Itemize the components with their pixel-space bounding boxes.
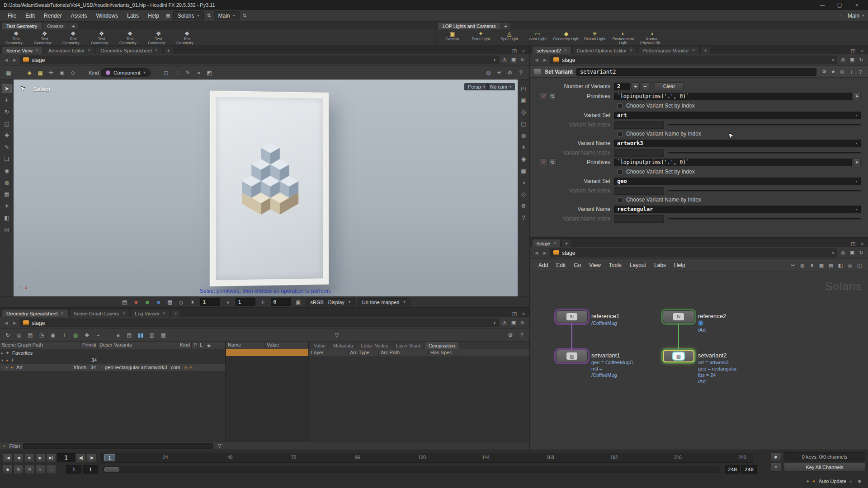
shelf-tool[interactable]: ◑ Karma Physical Sk... [638, 30, 665, 45]
menu-edit[interactable]: Edit [21, 11, 39, 20]
translate-tool-icon[interactable]: ✛ [2, 96, 12, 105]
net-menu-layout[interactable]: Layout [626, 261, 650, 270]
shelf-tab-lop-lights[interactable]: LOP Lights and Cameras [438, 23, 500, 29]
shelf-tool[interactable]: ❖ Test Geometry:... [117, 30, 143, 45]
col-descendants[interactable]: Desce [98, 342, 112, 349]
info-icon[interactable]: i [847, 68, 855, 75]
camera-lock-icon[interactable]: ▢ [519, 119, 528, 128]
nav-back-icon[interactable]: ◀ [3, 320, 9, 325]
prev-frame-button[interactable]: ◀| [76, 453, 86, 462]
tab-editor-nodes[interactable]: Editor Nodes [357, 342, 392, 349]
close-icon[interactable]: × [122, 311, 125, 316]
paint-tool-icon[interactable]: ❏ [2, 155, 12, 164]
display-mode-icon[interactable]: ▤ [120, 298, 130, 307]
wireframe-icon[interactable]: ◇ [519, 190, 528, 199]
shelf-tool[interactable]: ◐ Environment Light [610, 30, 637, 45]
payload-icon[interactable]: ◷ [188, 366, 193, 370]
close-icon[interactable]: × [61, 311, 64, 316]
choose-set-index-checkbox[interactable] [618, 103, 623, 108]
prim-picker-button[interactable]: ➤ [853, 159, 861, 166]
shelf-tab-oceans[interactable]: Oceans [42, 23, 68, 29]
pin-icon[interactable]: ◎ [500, 319, 509, 327]
close-icon[interactable]: × [692, 48, 695, 53]
range-substart-field[interactable]: 1 [83, 465, 98, 474]
tool-drawer-icon[interactable]: ▦ [4, 68, 14, 77]
col-name[interactable]: Name [226, 342, 265, 349]
viewport-gear-icon[interactable]: ⚙ [505, 68, 515, 77]
shelf-tab-test-geometry[interactable]: Test Geometry [2, 23, 42, 29]
mask-tool-icon[interactable]: ◧ [2, 213, 12, 222]
snap-grid-icon[interactable]: ▦ [35, 68, 45, 77]
delete-block-button[interactable]: × [540, 93, 547, 100]
shelf-tool[interactable]: ◆ Geometry Light [553, 30, 580, 45]
grid-toggle-icon[interactable]: ▦ [519, 166, 528, 175]
nav-forward-icon[interactable]: ▶ [542, 250, 548, 255]
col-arc-path[interactable]: Arc Path [379, 349, 429, 357]
path-field[interactable]: stage ▾ [550, 249, 837, 257]
camera-icon[interactable]: ▣ [509, 56, 518, 64]
tab-geometry-spreadsheet[interactable]: Geometry Spreadsheet × [96, 46, 162, 54]
pin-icon[interactable]: ◎ [839, 56, 847, 64]
node-reference2[interactable]: ↻ [663, 310, 694, 323]
shelf-tool[interactable]: ❖ Test Geometry:... [31, 30, 58, 45]
set-key-button[interactable]: ◆ [770, 452, 781, 461]
isolate-icon[interactable]: ◍ [519, 131, 528, 140]
chevron-down-icon[interactable]: ▾ [855, 113, 858, 117]
tab-context-options-editor[interactable]: Context Options Editor × [572, 46, 637, 54]
expander-icon[interactable]: ▸ [0, 351, 5, 355]
exposure-icon[interactable]: ☀ [188, 298, 198, 307]
nav-back-icon[interactable]: ◀ [533, 250, 540, 255]
tab-composition[interactable]: Composition [425, 342, 458, 349]
tab-geometry-spreadsheet[interactable]: Geometry Spreadsheet × [2, 309, 68, 317]
chevron-down-icon[interactable]: ▾ [832, 251, 834, 255]
column-filter-funnel-icon[interactable]: ▽ [332, 331, 342, 340]
col-kind[interactable]: Kind [178, 342, 192, 349]
colorspace-select[interactable]: sRGB - Display ▾ [306, 298, 355, 306]
laser-select-icon[interactable]: ≈ [194, 68, 204, 77]
material-tool-icon[interactable]: ◍ [2, 178, 12, 187]
menu-assets[interactable]: Assets [66, 11, 91, 20]
refresh-icon[interactable]: ↻ [3, 331, 13, 340]
remove-variant-button[interactable]: − [641, 82, 649, 90]
prim-picker-button[interactable]: ➤ [853, 93, 861, 100]
minimize-button[interactable]: — [815, 1, 830, 9]
pages-icon[interactable]: ▤ [25, 331, 35, 340]
chevron-down-icon[interactable]: ▾ [863, 14, 864, 18]
filter-input[interactable] [23, 443, 213, 449]
range-end-field[interactable]: 240 [725, 465, 740, 474]
fullscreen-icon[interactable]: ◰ [855, 262, 863, 269]
kind-select[interactable]: Component ▾ [101, 68, 150, 77]
net-menu-edit[interactable]: Edit [552, 261, 569, 270]
tree-row-root[interactable]: ▾ ● / 34 [0, 357, 225, 364]
add-variant-button[interactable]: + [632, 82, 640, 90]
range-slider-handle[interactable] [104, 467, 119, 472]
variant-set-field[interactable]: art ▾ [614, 112, 861, 119]
help-icon[interactable]: ? [856, 68, 864, 75]
sheet-help-icon[interactable]: ? [517, 331, 527, 340]
net-menu-view[interactable]: View [585, 261, 604, 270]
layout-nodes-icon[interactable]: ▤ [827, 262, 835, 269]
offset-icon[interactable]: ✛ [258, 298, 268, 307]
nav-back-icon[interactable]: ◀ [3, 57, 9, 62]
scoped-channels-button[interactable]: ≡ [770, 463, 781, 472]
tree-view-icon[interactable]: ▤ [124, 331, 134, 340]
shelf-tool[interactable]: ☀ Distant Light [581, 30, 608, 45]
light-tool-icon[interactable]: ☀ [2, 202, 12, 211]
gain-field[interactable]: 1 [236, 298, 255, 306]
range-limit-icon[interactable]: → [46, 465, 56, 474]
pin-icon[interactable]: ◎ [839, 249, 847, 257]
columns-icon[interactable]: ▥ [147, 331, 157, 340]
pane-split-icon[interactable]: ◫ [510, 47, 519, 54]
variant-name-field[interactable]: artwork3 ▾ [614, 140, 861, 147]
terrain-tool-icon[interactable]: ▦ [2, 190, 12, 199]
material-icon[interactable]: ◍ [483, 68, 493, 77]
sculpt-tool-icon[interactable]: ◉ [2, 166, 12, 175]
layout-cycle-icon[interactable]: ⇅ [241, 12, 249, 19]
node-name-field[interactable]: setvariant2 [576, 68, 816, 76]
range-subend-field[interactable]: 240 [741, 465, 757, 474]
minimap-icon[interactable]: ◧ [836, 262, 844, 269]
main-menu-icon[interactable]: ≡ [836, 12, 844, 19]
history-icon[interactable]: ◷ [37, 331, 47, 340]
close-button[interactable]: × [849, 1, 864, 9]
tonemap-select[interactable]: Un-tone-mapped ▾ [358, 298, 410, 306]
